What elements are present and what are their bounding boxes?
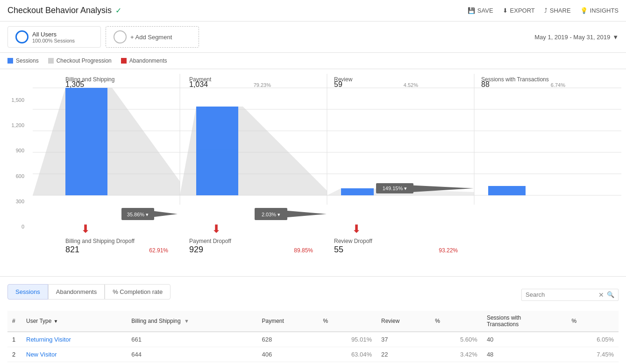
col-pct3: % (567, 311, 619, 332)
svg-text:⬇: ⬇ (352, 222, 361, 235)
svg-text:2.03% ▾: 2.03% ▾ (262, 212, 280, 217)
segment-circle (15, 30, 28, 43)
tab-sessions[interactable]: Sessions (7, 284, 48, 300)
header-actions: 💾 SAVE ⬇ EXPORT ⤴ SHARE 💡 INSIGHTS (468, 7, 619, 14)
segment-left: All Users 100.00% Sessions + Add Segment (7, 26, 199, 48)
y-label-300: 300 (16, 199, 24, 204)
svg-text:Review Dropoff: Review Dropoff (334, 238, 372, 244)
svg-text:Payment Dropoff: Payment Dropoff (189, 238, 231, 244)
row2-pct3: 7.45% (567, 347, 619, 362)
abandonments-legend-dot (121, 58, 127, 64)
svg-text:4.52%: 4.52% (404, 82, 418, 88)
y-label-900: 900 (16, 148, 24, 153)
table-row: 2 New Visitor 644 406 63.04% 22 3.42% 48… (7, 347, 619, 362)
funnel-svg: 35.86% ▾ 2.03% ▾ 149.15% ▾ Billing and S… (28, 74, 626, 275)
row1-sessions: 40 (482, 332, 567, 347)
row1-pct3: 6.05% (567, 332, 619, 347)
abandonments-legend-label: Abandonments (129, 57, 167, 64)
search-input[interactable] (526, 291, 596, 298)
svg-text:62.91%: 62.91% (149, 247, 168, 254)
legend-abandonments: Abandonments (121, 57, 167, 64)
legend-checkout-progression: Checkout Progression (48, 57, 112, 64)
funnel-chart: 1,500 1,200 900 600 300 0 (0, 69, 626, 277)
y-label-600: 600 (16, 173, 24, 179)
share-label: SHARE (550, 7, 571, 14)
svg-rect-10 (65, 88, 107, 195)
svg-text:93.22%: 93.22% (439, 247, 458, 254)
share-button[interactable]: ⤴ SHARE (544, 7, 571, 14)
svg-text:79.23%: 79.23% (254, 82, 271, 88)
svg-text:⬇: ⬇ (212, 222, 221, 235)
legend-sessions: Sessions (7, 57, 39, 64)
svg-text:149.15% ▾: 149.15% ▾ (383, 186, 407, 191)
table-header-row: # User Type ▼ Billing and Shipping ▼ Pay… (7, 311, 619, 332)
svg-text:55: 55 (334, 245, 343, 254)
y-label-1500: 1,500 (11, 97, 24, 103)
svg-text:Sessions with Transactions: Sessions with Transactions (481, 76, 549, 83)
row2-pct1: 63.04% (318, 347, 377, 362)
col-sessions-trans: Sessions withTransactions (482, 311, 567, 332)
save-label: SAVE (477, 7, 493, 14)
add-segment-circle (114, 30, 127, 43)
svg-text:6.74%: 6.74% (551, 82, 565, 88)
date-range-chevron: ▼ (612, 34, 619, 41)
svg-text:89.85%: 89.85% (294, 247, 313, 254)
row1-payment: 628 (257, 332, 318, 347)
save-button[interactable]: 💾 SAVE (468, 7, 493, 14)
y-axis: 1,500 1,200 900 600 300 0 (0, 74, 28, 276)
clear-search-icon[interactable]: ✕ (598, 291, 604, 299)
page-title: Checkout Behavior Analysis ✓ (7, 6, 121, 15)
segment-info: All Users 100.00% Sessions (32, 31, 75, 43)
col-review[interactable]: Review (377, 311, 430, 332)
row1-num: 1 (7, 332, 21, 347)
share-icon: ⤴ (544, 7, 548, 14)
row2-pct2: 3.42% (430, 347, 482, 362)
table-section: Sessions Abandonments % Completion rate … (0, 277, 626, 364)
svg-rect-16 (488, 186, 526, 195)
add-segment-label: + Add Segment (130, 34, 172, 41)
chart-svg-wrapper: 35.86% ▾ 2.03% ▾ 149.15% ▾ Billing and S… (28, 74, 626, 276)
add-segment-button[interactable]: + Add Segment (106, 26, 199, 48)
date-range-picker[interactable]: May 1, 2019 - May 31, 2019 ▼ (534, 34, 619, 41)
chart-legend: Sessions Checkout Progression Abandonmen… (0, 53, 626, 69)
col-billing[interactable]: Billing and Shipping ▼ (127, 311, 257, 332)
export-label: EXPORT (510, 7, 535, 14)
data-table: # User Type ▼ Billing and Shipping ▼ Pay… (7, 311, 619, 362)
checkout-progression-legend-label: Checkout Progression (57, 57, 112, 64)
save-icon: 💾 (468, 7, 475, 14)
search-icon[interactable]: 🔍 (607, 291, 614, 298)
checkout-progression-legend-dot (48, 58, 54, 64)
svg-text:⬇: ⬇ (81, 222, 90, 235)
col-pct1: % (318, 311, 377, 332)
row2-user-type[interactable]: New Visitor (21, 347, 127, 362)
export-button[interactable]: ⬇ EXPORT (503, 7, 535, 14)
y-label-1200: 1,200 (11, 122, 24, 128)
row1-pct1: 95.01% (318, 332, 377, 347)
chart-area: 1,500 1,200 900 600 300 0 (0, 74, 626, 276)
col-payment[interactable]: Payment (257, 311, 318, 332)
pagination: Show rows: 10 25 50 Go to: 1 - 2 of 2 ‹ … (7, 362, 619, 364)
insights-icon: 💡 (580, 7, 588, 14)
billing-sort-icon: ▼ (184, 318, 189, 324)
col-user-type[interactable]: User Type ▼ (21, 311, 127, 332)
search-box: ✕ 🔍 (521, 289, 619, 301)
table-row: 1 Returning Visitor 661 628 95.01% 37 5.… (7, 332, 619, 347)
tab-abandonments[interactable]: Abandonments (48, 284, 105, 300)
col-num: # (7, 311, 21, 332)
table-body: 1 Returning Visitor 661 628 95.01% 37 5.… (7, 332, 619, 362)
svg-text:88: 88 (481, 80, 490, 88)
row2-billing: 644 (127, 347, 257, 362)
insights-button[interactable]: 💡 INSIGHTS (580, 7, 619, 14)
svg-rect-13 (196, 149, 238, 195)
tab-completion-rate[interactable]: % Completion rate (105, 284, 171, 300)
active-segment[interactable]: All Users 100.00% Sessions (7, 26, 101, 48)
export-icon: ⬇ (503, 7, 508, 14)
verified-icon: ✓ (115, 6, 121, 15)
col-pct2: % (430, 311, 482, 332)
page-title-text: Checkout Behavior Analysis (7, 6, 112, 15)
row1-review: 37 (377, 332, 430, 347)
svg-text:821: 821 (65, 245, 79, 254)
row2-payment: 406 (257, 347, 318, 362)
page-header: Checkout Behavior Analysis ✓ 💾 SAVE ⬇ EX… (0, 0, 626, 21)
row1-user-type[interactable]: Returning Visitor (21, 332, 127, 347)
